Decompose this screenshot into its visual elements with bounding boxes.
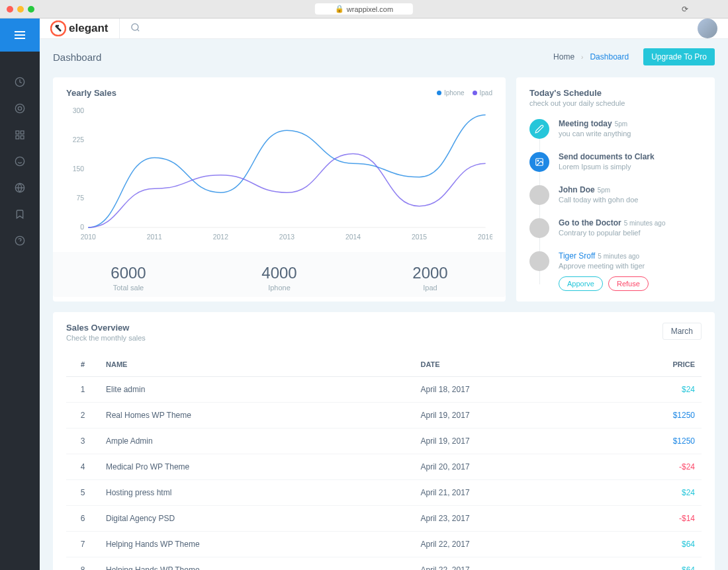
approve-button[interactable]: Apporve	[559, 276, 603, 291]
sidebar-item-apps[interactable]	[9, 98, 30, 119]
stat-label: Ipad	[355, 284, 506, 292]
schedule-item-title[interactable]: Tiger Sroff5 minutes ago	[559, 251, 702, 261]
table-row: 7 Helping Hands WP Theme April 22, 2017 …	[66, 532, 702, 557]
legend-item-ipad: Ipad	[473, 89, 492, 97]
stat-total-sale: 6000Total sale	[53, 264, 204, 292]
url-bar[interactable]: 🔒 wrappixel.com	[315, 3, 413, 15]
sales-table: # NAME DATE PRICE 1 Elite admin April 18…	[66, 352, 702, 570]
svg-text:150: 150	[73, 165, 85, 173]
sidebar-item-help[interactable]	[9, 230, 30, 251]
cell-date: April 19, 2017	[414, 403, 598, 428]
svg-point-31	[537, 160, 539, 161]
sales-title: Sales Overview	[66, 323, 146, 333]
col-num: #	[66, 352, 99, 377]
cell-num: 3	[66, 428, 99, 454]
schedule-item-title: Send documents to Clark	[559, 152, 702, 161]
schedule-avatar-icon	[529, 251, 549, 271]
schedule-item: Send documents to ClarkLorem Ipsum is si…	[529, 152, 702, 172]
search-button[interactable]	[130, 22, 140, 34]
chevron-right-icon: ›	[581, 54, 583, 61]
table-row: 5 Hosting press html April 21, 2017 $24	[66, 480, 702, 506]
sales-subtitle: Check the monthly sales	[66, 334, 146, 342]
svg-point-2	[18, 106, 21, 110]
sidebar-item-ui[interactable]	[9, 124, 30, 145]
cell-date: April 22, 2017	[414, 557, 598, 571]
svg-point-15	[131, 24, 138, 30]
schedule-item-desc: Approve meeting with tiger	[559, 262, 702, 270]
schedule-item-time: 5 minutes ago	[624, 220, 666, 227]
schedule-avatar-icon	[529, 185, 549, 205]
help-icon	[15, 235, 25, 246]
schedule-item-desc: Contrary to popular belief	[559, 229, 702, 237]
schedule-subtitle: check out your daily schedule	[529, 99, 702, 107]
schedule-item: Meeting today5pmyou can write anything	[529, 119, 702, 139]
bookmark-icon	[15, 209, 25, 220]
sales-overview-card: Sales Overview Check the monthly sales M…	[53, 312, 715, 570]
cell-price: $64	[597, 532, 702, 557]
legend-label: Iphone	[444, 89, 465, 97]
table-row: 6 Digital Agency PSD April 23, 2017 -$14	[66, 506, 702, 532]
cell-num: 2	[66, 403, 99, 428]
window-maximize-icon[interactable]	[28, 6, 34, 13]
col-name: NAME	[99, 352, 414, 377]
breadcrumb-home[interactable]: Home	[553, 52, 574, 61]
url-text: wrappixel.com	[347, 5, 393, 13]
window-minimize-icon[interactable]	[17, 6, 24, 13]
window-close-icon[interactable]	[7, 6, 13, 13]
svg-text:300: 300	[73, 107, 85, 114]
stat-value: 4000	[204, 264, 355, 282]
lock-icon: 🔒	[335, 5, 344, 13]
upgrade-button[interactable]: Upgrade To Pro	[643, 48, 715, 65]
svg-text:2012: 2012	[213, 233, 228, 241]
sidebar-item-forms[interactable]	[9, 151, 30, 172]
cell-date: April 19, 2017	[414, 428, 598, 454]
cell-name: Medical Pro WP Theme	[99, 454, 414, 480]
cell-date: April 21, 2017	[414, 480, 598, 506]
stat-value: 6000	[53, 264, 204, 282]
menu-toggle[interactable]	[0, 19, 40, 52]
logo[interactable]: elegant	[50, 20, 109, 36]
sidebar-item-charts[interactable]	[9, 204, 30, 225]
svg-rect-3	[16, 131, 19, 134]
sidebar-item-dashboard[interactable]	[9, 71, 30, 93]
month-select[interactable]: March	[662, 323, 702, 340]
cell-date: April 20, 2017	[414, 454, 598, 480]
cell-name: Real Homes WP Theme	[99, 403, 414, 428]
schedule-item-title: Go to the Doctor5 minutes ago	[559, 218, 702, 227]
cell-price: $1250	[597, 403, 702, 428]
schedule-item-title: John Doe5pm	[559, 185, 702, 194]
svg-text:2011: 2011	[147, 233, 162, 241]
table-row: 8 Helping Hands WP Theme April 22, 2017 …	[66, 557, 702, 571]
cell-num: 8	[66, 557, 99, 571]
cell-num: 5	[66, 480, 99, 506]
schedule-item-desc: Lorem Ipsum is simply	[559, 163, 702, 171]
globe-icon	[15, 183, 25, 193]
user-avatar[interactable]	[698, 19, 717, 38]
cell-num: 4	[66, 454, 99, 480]
schedule-item-time: 5 minutes ago	[598, 253, 639, 260]
stat-iphone: 4000Iphone	[204, 264, 355, 292]
schedule-item-title: Meeting today5pm	[559, 119, 702, 128]
svg-text:2013: 2013	[279, 233, 295, 241]
sidebar	[0, 19, 40, 570]
stat-label: Iphone	[204, 284, 355, 292]
schedule-item: John Doe5pmCall today with gohn doe	[529, 185, 702, 205]
svg-text:225: 225	[73, 136, 85, 143]
refresh-icon[interactable]: ⟳	[682, 5, 688, 14]
svg-text:0: 0	[80, 224, 84, 231]
schedule-card: Today's Schedule check out your daily sc…	[516, 77, 715, 302]
svg-text:75: 75	[76, 194, 84, 202]
svg-text:2016: 2016	[478, 233, 492, 241]
search-icon	[130, 22, 140, 32]
sidebar-item-pages[interactable]	[9, 177, 30, 198]
logo-icon	[50, 20, 66, 36]
schedule-avatar-icon	[529, 119, 549, 139]
table-row: 1 Elite admin April 18, 2017 $24	[66, 377, 702, 403]
refuse-button[interactable]: Refuse	[608, 276, 649, 291]
svg-text:2015: 2015	[412, 233, 427, 241]
schedule-item: Tiger Sroff5 minutes agoApprove meeting …	[529, 251, 702, 291]
schedule-avatar-icon	[529, 152, 549, 172]
schedule-item-desc: you can write anything	[559, 130, 702, 138]
svg-text:2014: 2014	[345, 233, 361, 241]
legend-dot-icon	[437, 91, 441, 95]
